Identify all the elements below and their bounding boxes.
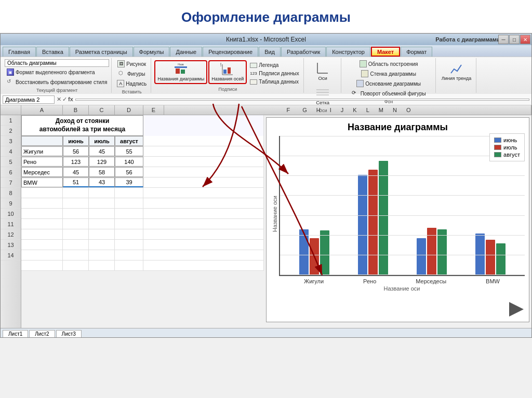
sheet-tab-3[interactable]: Лист3 xyxy=(56,330,82,337)
grid-row-4: Рено 123 129 140 xyxy=(21,157,264,167)
cell-D3[interactable]: 55 xyxy=(115,146,143,156)
col-header-B[interactable]: B xyxy=(63,105,89,115)
setka-btn[interactable]: Сетка xyxy=(312,84,333,107)
cell-E6[interactable] xyxy=(143,177,264,187)
figury-icon: ⬡ xyxy=(118,70,126,77)
tab-glavnaya[interactable]: Главная xyxy=(3,47,36,57)
risunok-btn[interactable]: 🖼 Рисунок xyxy=(115,59,148,68)
col-header-C[interactable]: C xyxy=(89,105,115,115)
col-header-D[interactable]: D xyxy=(115,105,143,115)
podpisi-dannyh-btn[interactable]: 123 Подписи данных xyxy=(248,70,301,77)
cell-B5[interactable]: 45 xyxy=(63,167,89,177)
cell-A6[interactable]: BMW xyxy=(21,177,63,187)
cell-E4[interactable] xyxy=(143,157,264,167)
row-5[interactable]: 5 xyxy=(1,157,21,167)
insert-function-icon[interactable]: fx xyxy=(68,96,73,103)
tab-dannye[interactable]: Данные xyxy=(170,47,202,57)
confirm-icon[interactable]: ✓ xyxy=(62,96,67,103)
cell-D7[interactable] xyxy=(115,188,143,198)
cell-C3[interactable]: 45 xyxy=(89,146,115,156)
tab-razmetka[interactable]: Разметка страницы xyxy=(70,47,133,57)
row-12[interactable]: 12 xyxy=(1,229,21,240)
cell-C7[interactable] xyxy=(89,188,115,198)
cell-B7[interactable] xyxy=(63,188,89,198)
tab-vid[interactable]: Вид xyxy=(259,47,281,57)
cell-D5[interactable]: 56 xyxy=(115,167,143,177)
cell-C6[interactable]: 43 xyxy=(89,177,115,187)
cell-B2[interactable]: июнь xyxy=(63,136,89,146)
format-icon: ▣ xyxy=(7,68,14,76)
row-14[interactable]: 14 xyxy=(1,250,21,260)
col-header-A[interactable]: A xyxy=(21,105,63,115)
cell-A3[interactable]: Жигули xyxy=(21,146,63,156)
name-box[interactable]: Диаграмма 2 xyxy=(3,95,55,104)
cell-C4[interactable]: 129 xyxy=(89,157,115,167)
tab-konstruktor[interactable]: Конструктор xyxy=(326,47,370,57)
cell-B4[interactable]: 123 xyxy=(63,157,89,167)
cell-B3[interactable]: 56 xyxy=(63,146,89,156)
row-8[interactable]: 8 xyxy=(1,188,21,198)
cell-A1[interactable]: Доход от стоянки автомобилей за три меся… xyxy=(21,115,143,136)
tab-razrabotchik[interactable]: Разработчик xyxy=(281,47,326,57)
povorot-btn[interactable]: ⟳ Поворот объемной фигуры xyxy=(350,89,428,98)
cell-A8[interactable] xyxy=(21,198,63,208)
minimize-button[interactable]: ─ xyxy=(498,35,509,44)
format-vydelennogo-btn[interactable]: ▣ Формат выделенного фрагмента xyxy=(5,67,97,77)
row-7[interactable]: 7 xyxy=(1,177,21,188)
chart-container[interactable]: Название диаграммы Название оси xyxy=(266,117,529,322)
page-title: Оформление диаграммы xyxy=(181,9,351,25)
cell-D2[interactable]: август xyxy=(115,136,143,146)
figury-btn[interactable]: ⬡ Фигуры xyxy=(116,69,147,78)
cell-E7[interactable] xyxy=(143,188,264,198)
cell-A4[interactable]: Рено xyxy=(21,157,63,167)
cell-C2[interactable]: июль xyxy=(89,136,115,146)
cell-A5[interactable]: Мерседес xyxy=(21,167,63,177)
tab-recenzirovanie[interactable]: Рецензирование xyxy=(203,47,258,57)
row-3[interactable]: 3 xyxy=(1,136,21,146)
grid-row-7 xyxy=(21,188,264,198)
tab-format[interactable]: Формат xyxy=(401,47,432,57)
sheet-tab-1[interactable]: Лист1 xyxy=(3,330,28,337)
row-1[interactable]: 1 xyxy=(1,115,21,126)
osi-btn[interactable]: Оси xyxy=(312,59,333,83)
formula-input[interactable] xyxy=(75,99,529,101)
cell-E2[interactable] xyxy=(143,136,264,146)
maximize-button[interactable]: □ xyxy=(509,35,520,44)
cell-A2[interactable] xyxy=(21,136,63,146)
row-2[interactable]: 2 xyxy=(1,126,21,136)
row-4[interactable]: 4 xyxy=(1,146,21,157)
nazvaniya-osey-btn[interactable]: Ось Названия осей xyxy=(208,60,247,84)
cancel-icon[interactable]: ✕ xyxy=(57,96,61,103)
oblast-diagrammy-selector[interactable]: Область диаграммы xyxy=(5,59,109,67)
cell-B6[interactable]: 51 xyxy=(63,177,89,187)
cell-D4[interactable]: 140 xyxy=(115,157,143,167)
osnovanie-btn[interactable]: Основание диаграммы xyxy=(354,79,423,88)
cell-E1[interactable] xyxy=(143,115,264,136)
row-9[interactable]: 9 xyxy=(1,198,21,209)
row-13[interactable]: 13 xyxy=(1,240,21,250)
close-button[interactable]: ✕ xyxy=(520,35,530,44)
nadpis-btn[interactable]: A Надпись xyxy=(115,79,149,88)
stenka-btn[interactable]: Стенка диаграммы xyxy=(359,69,418,78)
oblast-postroeniya-btn[interactable]: Область построения xyxy=(357,59,420,68)
tablica-dannyh-btn[interactable]: Таблица данных xyxy=(248,78,301,86)
liniya-trenda-btn[interactable]: Линия тренда xyxy=(439,59,474,83)
row-11[interactable]: 11 xyxy=(1,219,21,229)
vosstanovit-btn[interactable]: ↺ Восстановить форматирование стиля xyxy=(5,77,109,87)
cell-E5[interactable] xyxy=(143,167,264,177)
cell-A7[interactable] xyxy=(21,188,63,198)
tab-vstavka[interactable]: Вставка xyxy=(36,47,69,57)
tab-formuly[interactable]: Формулы xyxy=(134,47,170,57)
sheet-tab-2[interactable]: Лист2 xyxy=(29,330,55,337)
tab-maket[interactable]: Макет xyxy=(371,47,400,57)
legenda-btn[interactable]: Легенда xyxy=(248,61,301,69)
cell-C5[interactable]: 58 xyxy=(89,167,115,177)
nazvaniya-diagrammy-btn[interactable]: Назв Названия диаграммы xyxy=(154,60,207,84)
svg-text:Ось: Ось xyxy=(220,63,222,66)
cell-E3[interactable] xyxy=(143,146,264,156)
next-arrow-button[interactable] xyxy=(509,302,524,317)
row-10[interactable]: 10 xyxy=(1,209,21,219)
row-6[interactable]: 6 xyxy=(1,167,21,177)
col-header-E[interactable]: E xyxy=(143,105,164,115)
cell-D6[interactable]: 39 xyxy=(115,177,143,187)
